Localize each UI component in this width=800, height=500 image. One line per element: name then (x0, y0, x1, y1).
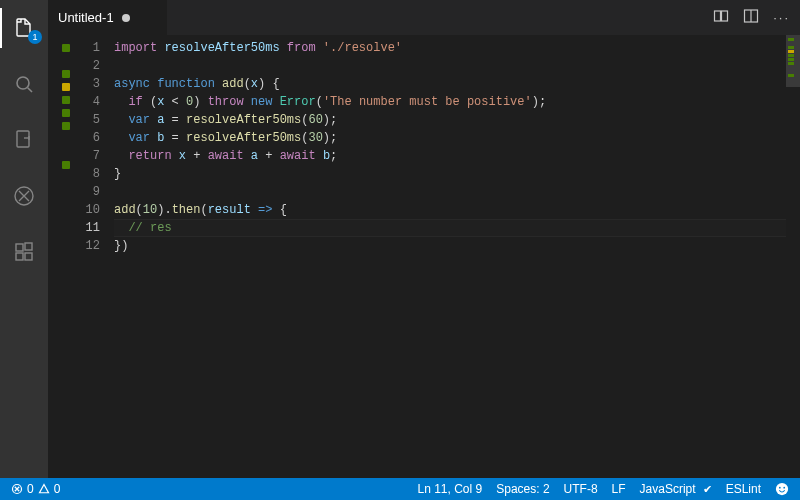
status-warnings-count: 0 (54, 482, 61, 496)
code-line[interactable]: } (114, 165, 786, 183)
gutter-mark (62, 44, 70, 52)
tab-title: Untitled-1 (58, 10, 114, 25)
split-editor-icon[interactable] (743, 8, 759, 27)
code-line[interactable]: var a = resolveAfter50ms(60); (114, 111, 786, 129)
svg-rect-1 (17, 131, 29, 147)
status-bar: 0 0 Ln 11, Col 9 Spaces: 2 UTF-8 LF Java… (0, 478, 800, 500)
current-line-highlight (114, 219, 786, 237)
status-eslint[interactable]: ESLint (723, 482, 764, 496)
status-cursor[interactable]: Ln 11, Col 9 (415, 482, 486, 496)
activity-source-control[interactable] (0, 120, 48, 160)
activity-search[interactable] (0, 64, 48, 104)
line-number: 8 (72, 165, 100, 183)
gutter-mark (62, 96, 70, 104)
svg-rect-6 (25, 243, 32, 250)
activity-explorer[interactable]: 1 (0, 8, 48, 48)
line-number: 11 (72, 219, 100, 237)
code-line[interactable]: var b = resolveAfter50ms(30); (114, 129, 786, 147)
explorer-badge: 1 (28, 30, 42, 44)
editor-actions: ··· (703, 0, 800, 35)
more-actions-icon[interactable]: ··· (773, 10, 790, 25)
svg-point-13 (783, 487, 785, 489)
overview-ruler[interactable] (786, 35, 800, 478)
svg-rect-7 (715, 11, 721, 21)
compare-changes-icon[interactable] (713, 8, 729, 27)
code-editor[interactable]: 123456789101112 import resolveAfter50ms … (48, 35, 800, 478)
line-number: 6 (72, 129, 100, 147)
svg-rect-8 (722, 11, 728, 21)
line-number: 5 (72, 111, 100, 129)
gutter-mark (62, 174, 70, 182)
code-line[interactable] (114, 183, 786, 201)
code-line[interactable]: add(10).then(result => { (114, 201, 786, 219)
gutter-mark (62, 148, 70, 156)
dirty-indicator-icon (122, 14, 130, 22)
status-indentation[interactable]: Spaces: 2 (493, 482, 552, 496)
gutter-mark (62, 70, 70, 78)
line-number: 2 (72, 57, 100, 75)
status-errors-count: 0 (27, 482, 34, 496)
activity-debug[interactable] (0, 176, 48, 216)
svg-point-0 (17, 77, 29, 89)
code-line[interactable] (114, 57, 786, 75)
gutter-mark (62, 187, 70, 195)
code-line[interactable]: import resolveAfter50ms from './resolve' (114, 39, 786, 57)
status-eol[interactable]: LF (609, 482, 629, 496)
code-line[interactable]: async function add(x) { (114, 75, 786, 93)
line-number: 3 (72, 75, 100, 93)
status-encoding[interactable]: UTF-8 (561, 482, 601, 496)
svg-point-11 (776, 483, 788, 495)
svg-point-12 (779, 487, 781, 489)
code-line[interactable]: if (x < 0) throw new Error('The number m… (114, 93, 786, 111)
gutter-mark (62, 122, 70, 130)
gutter-mark (62, 83, 70, 91)
gutter-mark (62, 57, 70, 65)
activity-extensions[interactable] (0, 232, 48, 272)
code-line[interactable]: return x + await a + await b; (114, 147, 786, 165)
gutter-mark (62, 161, 70, 169)
gutter-mark (62, 135, 70, 143)
status-feedback[interactable] (772, 482, 792, 496)
line-number: 12 (72, 237, 100, 255)
check-icon (700, 482, 712, 496)
status-problems[interactable]: 0 0 (8, 482, 63, 496)
line-number: 10 (72, 201, 100, 219)
svg-rect-4 (16, 253, 23, 260)
tab-untitled-1[interactable]: Untitled-1 (48, 0, 168, 35)
tab-bar: Untitled-1 ··· (48, 0, 800, 35)
code-line[interactable]: }) (114, 237, 786, 255)
svg-rect-5 (25, 253, 32, 260)
activity-bar: 1 (0, 0, 48, 478)
gutter-mark (62, 109, 70, 117)
line-number: 4 (72, 93, 100, 111)
status-language[interactable]: JavaScript (637, 482, 715, 496)
line-number: 7 (72, 147, 100, 165)
svg-rect-3 (16, 244, 23, 251)
line-number: 1 (72, 39, 100, 57)
line-number: 9 (72, 183, 100, 201)
